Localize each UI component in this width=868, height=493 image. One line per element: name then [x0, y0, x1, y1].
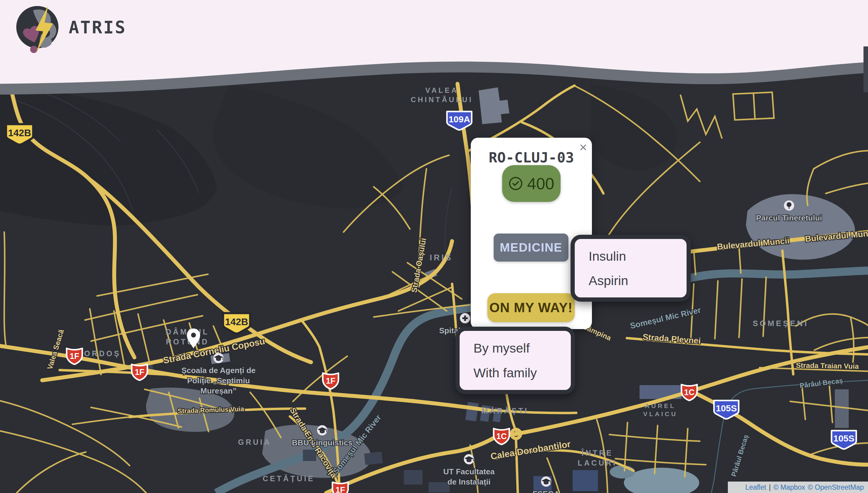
poi-park-icon[interactable]	[784, 200, 794, 211]
district-label: CORDOȘ	[77, 349, 121, 358]
station-title: RO-CLUJ-03	[471, 149, 592, 166]
district-label: GRUIA	[238, 438, 272, 446]
poi-graduation-cap-icon[interactable]	[213, 353, 224, 363]
svg-text:142B: 142B	[8, 127, 31, 138]
poi-hospital-icon[interactable]	[460, 313, 470, 323]
district-label: SOMEȘENI	[753, 319, 808, 328]
poi-graduation-cap-icon[interactable]	[464, 454, 474, 464]
street-label: Strada Traian Vuia	[796, 361, 859, 370]
menu-item-insulin[interactable]: Insulin	[575, 246, 687, 266]
poi-label: FSEGA	[533, 489, 560, 493]
poi-label: BBU Linguistics	[292, 438, 353, 447]
medicine-button[interactable]: MEDICINE	[494, 234, 568, 261]
attribution-separator: |	[769, 484, 771, 492]
road-shield: 1F	[332, 482, 348, 493]
svg-text:1F: 1F	[135, 368, 144, 377]
osm-link[interactable]: © OpenStreetMap	[808, 484, 864, 492]
menu-item-aspirin[interactable]: Aspirin	[575, 271, 687, 290]
poi-graduation-cap-icon[interactable]	[541, 476, 551, 487]
menu-item-by-myself[interactable]: By myself	[460, 338, 571, 358]
svg-text:109A: 109A	[449, 114, 470, 124]
capacity-value: 400	[527, 174, 554, 193]
svg-text:105S: 105S	[716, 403, 737, 413]
ukraine-flag-icon	[733, 484, 743, 491]
capacity-badge[interactable]: 400	[502, 165, 561, 202]
svg-text:1C: 1C	[684, 388, 695, 397]
district-label: CETĂȚUIE	[263, 474, 315, 483]
poi-graduation-cap-icon[interactable]	[317, 425, 327, 435]
svg-text:1F: 1F	[326, 377, 335, 385]
map-canvas[interactable]: VALEACHINTĂULUIDÂMBULROTUNDIRISCORDOȘGRU…	[0, 0, 868, 493]
svg-text:1F: 1F	[70, 352, 79, 361]
svg-text:105S: 105S	[833, 433, 854, 443]
svg-text:1F: 1F	[335, 486, 345, 493]
district-label: MĂRĂȘTI	[482, 407, 529, 415]
station-popup: × RO-CLUJ-03 400 MEDICINE ON MY WAY!	[471, 138, 592, 329]
menu-item-with-family[interactable]: With family	[460, 363, 571, 382]
svg-text:1C: 1C	[496, 432, 507, 441]
poi-label: Parcul Tineretului	[756, 213, 822, 222]
check-circle-icon	[508, 176, 523, 191]
map-attribution: Leaflet | © Mapbox © OpenStreetMap	[728, 481, 868, 493]
leaflet-link[interactable]: Leaflet	[745, 484, 766, 492]
medicine-menu: Insulin Aspirin	[570, 235, 691, 302]
mapbox-link[interactable]: © Mapbox	[773, 484, 805, 492]
on-my-way-button[interactable]: ON MY WAY!	[487, 293, 575, 322]
companion-menu: By myself With family	[455, 327, 575, 394]
svg-text:142B: 142B	[225, 316, 248, 327]
scrollbar-thumb[interactable]	[864, 46, 868, 92]
district-label: IRIS	[430, 253, 453, 262]
